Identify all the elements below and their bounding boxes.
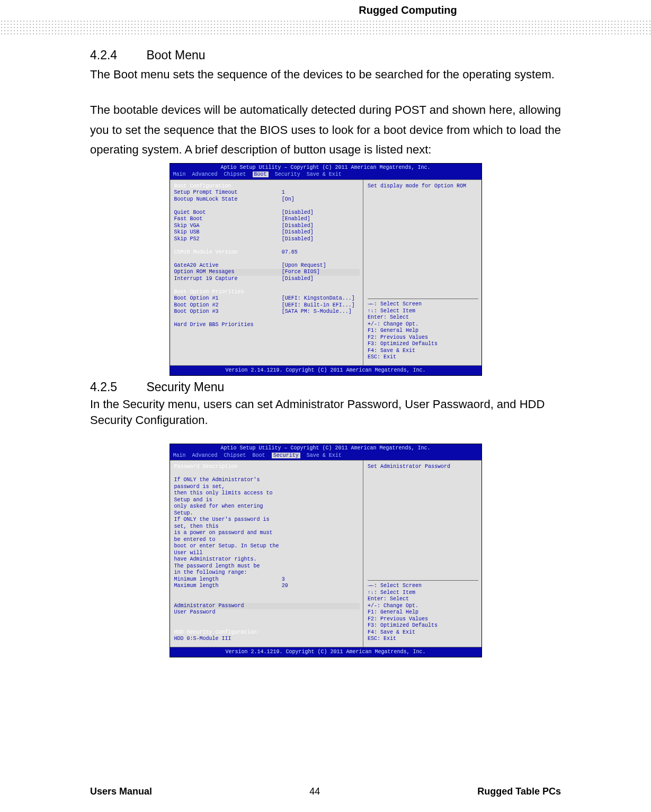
bios-row: Interrupt 19 Capture[Disabled]	[174, 276, 360, 283]
help-l2: ↑↓: Select Item	[368, 308, 478, 315]
bios-value	[282, 490, 360, 503]
bios-value	[282, 203, 360, 210]
bios-value: [Force BIOS]	[282, 269, 360, 276]
bios-row: HDD 0:S-Module III	[174, 636, 360, 643]
bios-key: Maximum length	[174, 583, 282, 590]
bios-value	[282, 603, 360, 610]
bios-key: Skip VGA	[174, 223, 282, 230]
help-l6: F2: Previous Values	[368, 335, 478, 341]
bios-value	[282, 477, 360, 490]
bios-value	[282, 503, 360, 517]
bios-help-keys: →←: Select Screen ↑↓: Select Item Enter:…	[368, 296, 478, 361]
bios-value	[282, 629, 360, 636]
bios-body: Password Description If ONLY the Adminis…	[170, 460, 481, 647]
footer-right: Rugged Table PCs	[477, 786, 561, 797]
bios-value: [Upon Request]	[282, 263, 360, 269]
bios-value: [Enabled]	[282, 216, 360, 223]
bios-value	[282, 530, 360, 543]
help-l5: F1: General Help	[368, 328, 478, 335]
bios-row: Administrator Password	[174, 603, 360, 610]
bios-screenshot-security: Aptio Setup Utility – Copyright (C) 2011…	[170, 444, 482, 657]
bios-key: User Password	[174, 609, 282, 616]
bios-key: have Administrator rights.	[174, 556, 282, 563]
help-l1: →←: Select Screen	[368, 301, 478, 308]
bios-key: Option ROM Messages	[174, 269, 282, 276]
bios-row: Boot Option Priorities	[174, 289, 360, 296]
bios-value	[282, 256, 360, 263]
help-l5: F1: General Help	[368, 609, 478, 616]
tab-boot: Boot	[253, 172, 269, 177]
bios-row: Option ROM Messages[Force BIOS]	[174, 269, 360, 276]
bios-value: [UEFI: KingstonData...]	[282, 295, 360, 302]
brand-text: Rugged Computing	[359, 4, 457, 16]
bios-row	[174, 622, 360, 629]
tab-security: Security	[272, 453, 300, 458]
bios-tabs: Main Advanced Chipset Boot Security Save…	[170, 452, 481, 461]
bios-row: boot or enter Setup. In Setup the User w…	[174, 543, 360, 556]
bios-row: CSM16 Module Version07.65	[174, 249, 360, 256]
bios-key: Quiet Boot	[174, 210, 282, 216]
bios-key: GateA20 Active	[174, 263, 282, 269]
bios-row	[174, 616, 360, 623]
section-title: Boot Menu	[146, 48, 205, 62]
bios-value: 07.65	[282, 249, 360, 256]
bios-row: Boot Option #2[UEFI: Built-in EFI...]	[174, 302, 360, 309]
tab-security: Security	[275, 172, 300, 177]
tab-chipset: Chipset	[224, 453, 246, 458]
section-heading-boot: 4.2.4 Boot Menu	[90, 48, 561, 62]
bios-value	[282, 289, 360, 296]
bios-title: Aptio Setup Utility – Copyright (C) 2011…	[170, 444, 481, 452]
bios-key: Fast Boot	[174, 216, 282, 223]
bios-key	[174, 616, 282, 623]
bios-key: in the following range:	[174, 570, 282, 576]
bios-value: [On]	[282, 196, 360, 203]
bios-row	[174, 242, 360, 249]
bios-key: Interrupt 19 Capture	[174, 276, 282, 283]
bios-footer: Version 2.14.1219. Copyright (C) 2011 Am…	[170, 366, 481, 376]
bios-value	[282, 517, 360, 530]
bios-key: Bootup NumLock State	[174, 196, 282, 203]
bios-key	[174, 256, 282, 263]
bios-row: Boot Option #3[SATA PM: S-Module...]	[174, 309, 360, 315]
bios-key: Boot Option Priorities	[174, 289, 282, 296]
bios-row: If ONLY the Administrator's password is …	[174, 477, 360, 490]
bios-help-top: Set Administrator Password	[368, 464, 478, 471]
bios-title: Aptio Setup Utility – Copyright (C) 2011…	[170, 164, 481, 172]
bios-key	[174, 622, 282, 629]
bios-value	[282, 570, 360, 576]
help-l7: F3: Optimized Defaults	[368, 341, 478, 348]
bios-key	[174, 596, 282, 603]
page-content: 4.2.4 Boot Menu The Boot menu sets the s…	[0, 34, 651, 657]
footer-page-number: 44	[309, 786, 320, 797]
bios-left-panel: Password Description If ONLY the Adminis…	[170, 461, 363, 647]
bios-value: 3	[282, 576, 360, 583]
bios-row: If ONLY the User's password is set, then…	[174, 517, 360, 530]
bios-value	[282, 242, 360, 249]
bios-row: then this only limits access to Setup an…	[174, 490, 360, 503]
bios-value	[282, 563, 360, 570]
tab-save-exit: Save & Exit	[307, 172, 342, 177]
bios-row: The password length must be	[174, 563, 360, 570]
bios-row: Maximum length20	[174, 583, 360, 590]
footer-left: Users Manual	[90, 786, 152, 797]
bios-row: in the following range:	[174, 570, 360, 576]
bios-key: Setup Prompt Timeout	[174, 190, 282, 196]
bios-value	[282, 609, 360, 616]
bios-key: is a power on password and must be enter…	[174, 530, 282, 543]
bios-key: CSM16 Module Version	[174, 249, 282, 256]
bios-key: Boot Option #2	[174, 302, 282, 309]
bios-key	[174, 203, 282, 210]
help-l3: Enter: Select	[368, 314, 478, 321]
bios-row: Minimum length3	[174, 576, 360, 583]
bios-row	[174, 596, 360, 603]
bios-value: [Disabled]	[282, 229, 360, 236]
bios-right-panel: Set display mode for Option ROM →←: Sele…	[363, 180, 481, 365]
bios-row: have Administrator rights.	[174, 556, 360, 563]
bios-row	[174, 282, 360, 289]
bios-row	[174, 590, 360, 597]
bios-value: [Disabled]	[282, 236, 360, 243]
bios-value	[282, 471, 360, 477]
bios-tabs: Main Advanced Chipset Boot Security Save…	[170, 171, 481, 179]
help-l2: ↑↓: Select Item	[368, 590, 478, 597]
bios-body: Boot ConfigurationSetup Prompt Timeout1B…	[170, 179, 481, 366]
